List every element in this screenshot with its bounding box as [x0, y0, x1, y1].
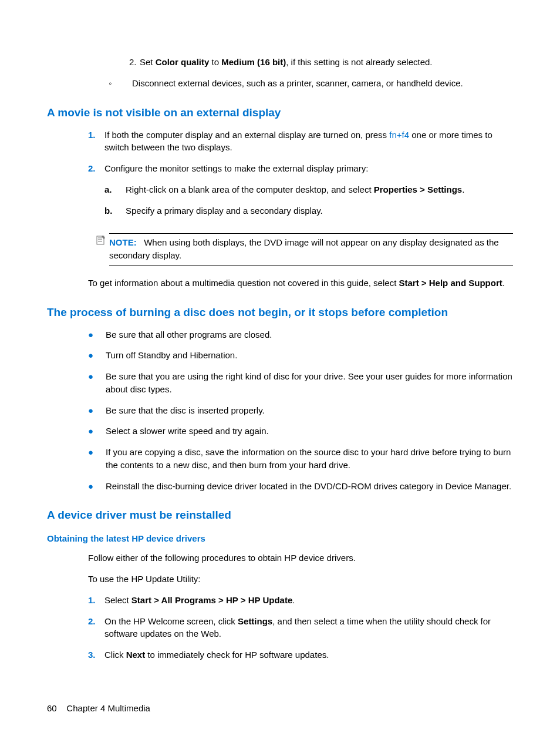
burn-bullets: ●Be sure that all other programs are clo…	[47, 328, 513, 493]
kbd-link: fn+f4	[389, 130, 409, 140]
bullet-icon: ●	[47, 404, 106, 417]
note-label: NOTE:	[109, 237, 137, 247]
heading-obtaining: Obtaining the latest HP device drivers	[47, 533, 513, 543]
step: 2. Configure the monitor settings to mak…	[47, 162, 513, 225]
list-text: Be sure that you are using the right kin…	[106, 370, 513, 396]
step-number: 2.	[47, 615, 104, 641]
list-item: ●Reinstall the disc-burning device drive…	[47, 480, 513, 493]
list-item: ●Turn off Standby and Hibernation.	[47, 349, 513, 362]
page-footer: 60 Chapter 4 Multimedia	[47, 703, 150, 713]
list-text: Reinstall the disc-burning device driver…	[106, 480, 511, 493]
circle-bullet-list: ◦ Disconnect external devices, such as a…	[47, 77, 513, 90]
step: 3. Click Next to immediately check for H…	[47, 648, 513, 661]
list-text: Be sure that all other programs are clos…	[106, 328, 272, 341]
step-text: On the HP Welcome screen, click Settings…	[104, 615, 513, 641]
obtain-steps: 1. Select Start > All Programs > HP > HP…	[47, 594, 513, 661]
bullet-icon: ●	[47, 425, 106, 438]
list-item: ●Be sure that you are using the right ki…	[47, 370, 513, 396]
heading-burn: The process of burning a disc does not b…	[47, 306, 513, 319]
substep-letter: b.	[104, 204, 126, 217]
note-icon	[96, 233, 108, 266]
list-text: If you are copying a disc, save the info…	[106, 446, 513, 472]
sub-step: a. Right-click on a blank area of the co…	[104, 183, 513, 196]
paragraph: Follow either of the following procedure…	[88, 552, 513, 564]
circle-bullet-icon: ◦	[47, 77, 132, 90]
bullet-icon: ●	[47, 446, 106, 472]
bullet-icon: ●	[47, 370, 106, 396]
substep-letter: a.	[104, 183, 126, 196]
step: 2. Set Color quality to Medium (16 bit),…	[47, 56, 513, 69]
paragraph: To use the HP Update Utility:	[88, 573, 513, 586]
step: 2. On the HP Welcome screen, click Setti…	[47, 615, 513, 641]
step-text: Configure the monitor settings to make t…	[104, 162, 513, 225]
note-text: When using both displays, the DVD image …	[109, 237, 499, 260]
chapter-label: Chapter 4 Multimedia	[66, 703, 150, 713]
step-text: Select Start > All Programs > HP > HP Up…	[104, 594, 513, 607]
list-item: ●Be sure that the disc is inserted prope…	[47, 404, 513, 417]
list-text: Disconnect external devices, such as a p…	[132, 77, 463, 90]
list-item: ●Be sure that all other programs are clo…	[47, 328, 513, 341]
list-item: ◦ Disconnect external devices, such as a…	[47, 77, 513, 90]
info-paragraph: To get information about a multimedia qu…	[88, 277, 513, 290]
step-number: 2.	[47, 162, 104, 225]
list-text: Turn off Standby and Hibernation.	[106, 349, 237, 362]
list-item: ●Select a slower write speed and try aga…	[47, 425, 513, 438]
continued-steps: 2. Set Color quality to Medium (16 bit),…	[47, 56, 513, 69]
bullet-icon: ●	[47, 328, 106, 341]
substep-text: Specify a primary display and a secondar…	[126, 204, 323, 217]
bullet-icon: ●	[47, 349, 106, 362]
movie-steps: 1. If both the computer display and an e…	[47, 129, 513, 226]
list-item: ●If you are copying a disc, save the inf…	[47, 446, 513, 472]
sub-step: b. Specify a primary display and a secon…	[104, 204, 513, 217]
note-body: NOTE: When using both displays, the DVD …	[109, 233, 513, 266]
page-number: 60	[47, 703, 57, 713]
step-text: Click Next to immediately check for HP s…	[104, 648, 513, 661]
heading-driver: A device driver must be reinstalled	[47, 509, 513, 522]
step-text: Set Color quality to Medium (16 bit), if…	[140, 56, 513, 69]
step-number: 2.	[47, 56, 140, 69]
heading-movie: A movie is not visible on an external di…	[47, 106, 513, 119]
step-number: 3.	[47, 648, 104, 661]
sub-steps: a. Right-click on a blank area of the co…	[104, 183, 513, 217]
step: 1. If both the computer display and an e…	[47, 129, 513, 154]
bullet-icon: ●	[47, 480, 106, 493]
step-text: If both the computer display and an exte…	[104, 129, 513, 154]
list-text: Select a slower write speed and try agai…	[106, 425, 269, 438]
note-block: NOTE: When using both displays, the DVD …	[96, 233, 513, 266]
step-number: 1.	[47, 129, 104, 154]
substep-text: Right-click on a blank area of the compu…	[126, 183, 464, 196]
list-text: Be sure that the disc is inserted proper…	[106, 404, 265, 417]
step-number: 1.	[47, 594, 104, 607]
document-page: 2. Set Color quality to Medium (16 bit),…	[0, 0, 560, 746]
step: 1. Select Start > All Programs > HP > HP…	[47, 594, 513, 607]
